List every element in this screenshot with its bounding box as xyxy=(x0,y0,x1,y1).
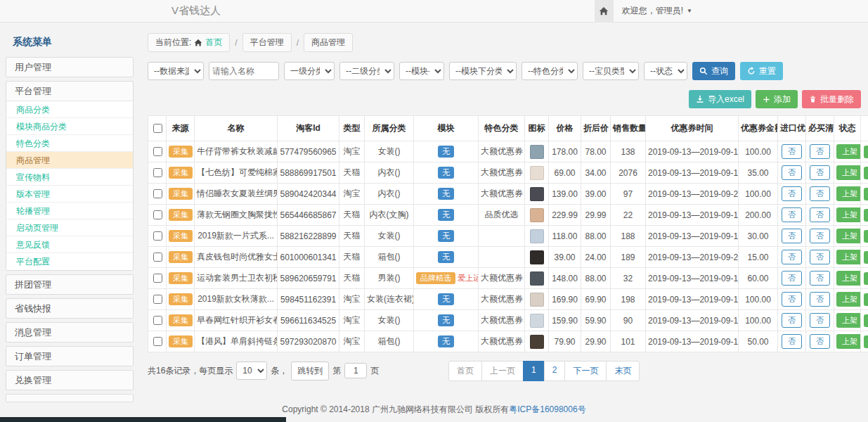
edit-button[interactable]: ✎ xyxy=(864,251,868,264)
must-buy-toggle-button[interactable]: 否 xyxy=(810,229,830,243)
row-checkbox[interactable] xyxy=(153,231,162,241)
level1-category-select[interactable]: 一级分类 xyxy=(284,62,335,80)
must-buy-toggle-button[interactable]: 否 xyxy=(810,165,830,180)
discount-price: 69.90 xyxy=(581,289,611,310)
status-button[interactable]: 上架 xyxy=(836,229,861,243)
row-checkbox[interactable] xyxy=(153,189,162,198)
taoke-id: 588216228899 xyxy=(278,226,339,247)
row-checkbox[interactable] xyxy=(153,252,162,262)
must-buy-toggle-button[interactable]: 否 xyxy=(810,334,830,349)
imported-toggle-button[interactable]: 否 xyxy=(782,313,802,328)
batch-delete-button[interactable]: 批量删除 xyxy=(802,90,861,108)
sidebar-group-header-message[interactable]: 消息管理 xyxy=(6,323,133,342)
status-button[interactable]: 上架 xyxy=(836,144,861,159)
imported-toggle-button[interactable]: 否 xyxy=(782,229,802,243)
edit-button[interactable]: ✎ xyxy=(864,272,868,285)
import-excel-button[interactable]: 导入excel xyxy=(689,90,751,108)
home-button[interactable] xyxy=(595,0,614,23)
module-select[interactable]: --模块-- xyxy=(399,62,444,80)
must-buy-toggle-button[interactable]: 否 xyxy=(810,271,830,286)
row-checkbox[interactable] xyxy=(153,337,162,346)
jump-button[interactable]: 跳转到 xyxy=(291,362,329,381)
row-checkbox[interactable] xyxy=(153,168,162,177)
edit-button[interactable]: ✎ xyxy=(864,146,868,158)
sidebar-item[interactable]: 特色分类 xyxy=(6,135,133,152)
name-search-input[interactable] xyxy=(209,62,279,80)
pager-item[interactable]: 2 xyxy=(544,361,566,381)
page-number-input[interactable] xyxy=(344,363,367,378)
imported-toggle-button[interactable]: 否 xyxy=(782,250,802,264)
status-button[interactable]: 上架 xyxy=(836,271,861,286)
status-button[interactable]: 上架 xyxy=(836,250,861,264)
add-button[interactable]: 添加 xyxy=(756,90,798,108)
breadcrumb-item[interactable]: 商品管理 xyxy=(304,33,353,52)
row-checkbox[interactable] xyxy=(153,274,162,283)
sidebar-group-header-express[interactable]: 省钱快报 xyxy=(6,299,133,318)
imported-toggle-button[interactable]: 否 xyxy=(782,271,802,286)
reset-button[interactable]: 重置 xyxy=(740,62,783,80)
pager-item[interactable]: 下一页 xyxy=(564,361,607,381)
imported-toggle-button[interactable]: 否 xyxy=(782,207,802,222)
sidebar-item[interactable]: 商品分类 xyxy=(6,101,133,118)
status-button[interactable]: 上架 xyxy=(836,207,861,222)
pager-current-page[interactable]: 1 xyxy=(523,361,545,381)
sidebar-item[interactable]: 版本管理 xyxy=(6,186,133,203)
sidebar-item[interactable]: 商品管理 xyxy=(6,152,133,169)
query-button[interactable]: 查询 xyxy=(692,62,735,80)
row-checkbox[interactable] xyxy=(153,210,162,219)
must-buy-toggle-button[interactable]: 否 xyxy=(810,292,830,307)
sidebar-item[interactable]: 模块商品分类 xyxy=(6,118,133,135)
row-checkbox[interactable] xyxy=(153,147,162,156)
sidebar-item[interactable]: 启动页管理 xyxy=(6,219,133,236)
must-buy-toggle-button[interactable]: 否 xyxy=(810,207,830,222)
pager-item[interactable]: 末页 xyxy=(606,361,640,381)
row-checkbox[interactable] xyxy=(153,316,162,325)
status-button[interactable]: 上架 xyxy=(836,165,861,180)
icon-cell xyxy=(525,226,549,247)
must-buy-toggle-button[interactable]: 否 xyxy=(810,313,830,328)
sidebar-item[interactable]: 轮播管理 xyxy=(6,203,133,219)
status-button[interactable]: 上架 xyxy=(836,334,861,349)
status-button[interactable]: 上架 xyxy=(836,313,861,328)
imported-toggle-button[interactable]: 否 xyxy=(782,334,802,349)
sidebar-group-header-exchange[interactable]: 兑换管理 xyxy=(6,371,133,390)
imported-toggle-button[interactable]: 否 xyxy=(782,186,802,201)
must-buy-toggle-button[interactable]: 否 xyxy=(810,186,830,201)
sidebar-group-header-platform[interactable]: 平台管理 xyxy=(6,82,133,101)
row-checkbox[interactable] xyxy=(153,295,162,304)
data-source-select[interactable]: --数据来源-- xyxy=(148,62,204,80)
edit-button[interactable]: ✎ xyxy=(864,209,868,222)
must-buy-toggle-button[interactable]: 否 xyxy=(810,250,830,264)
select-all-checkbox[interactable] xyxy=(153,124,162,133)
edit-button[interactable]: ✎ xyxy=(864,314,868,327)
status-button[interactable]: 上架 xyxy=(836,292,861,307)
feature-category-select[interactable]: --特色分类-- xyxy=(522,62,578,80)
user-menu[interactable]: 欢迎您，管理员! ▼ xyxy=(622,5,692,17)
sidebar-group-header-groupbuy[interactable]: 拼团管理 xyxy=(6,275,133,294)
item-type-select[interactable]: --宝贝类型-- xyxy=(583,62,639,80)
level2-category-select[interactable]: --二级分类-- xyxy=(339,62,394,80)
edit-button[interactable]: ✎ xyxy=(864,230,868,243)
module-subcategory-select[interactable]: --模块下分类-- xyxy=(449,62,517,80)
imported-toggle-button[interactable]: 否 xyxy=(782,144,802,159)
sidebar-item[interactable]: 宣传物料 xyxy=(6,169,133,186)
imported-toggle-button[interactable]: 否 xyxy=(782,292,802,307)
sidebar-group-header-order[interactable]: 订单管理 xyxy=(6,347,133,366)
sidebar-item[interactable]: 平台配置 xyxy=(6,253,133,270)
sidebar-group-header-user[interactable]: 用户管理 xyxy=(6,58,133,77)
per-page-select[interactable]: 10 xyxy=(236,362,267,380)
edit-button[interactable]: ✎ xyxy=(864,293,868,306)
must-buy-toggle-button[interactable]: 否 xyxy=(810,144,830,159)
edit-button[interactable]: ✎ xyxy=(864,188,868,200)
sidebar-group-header-clipped[interactable] xyxy=(6,395,133,402)
breadcrumb-home-link[interactable]: 首页 xyxy=(205,37,222,49)
status-select[interactable]: --状态-- xyxy=(644,62,687,80)
imported-toggle-button[interactable]: 否 xyxy=(782,165,802,180)
icp-link[interactable]: 粤ICP备16098006号 xyxy=(509,404,585,414)
status-button[interactable]: 上架 xyxy=(836,186,861,201)
sidebar-item[interactable]: 意见反馈 xyxy=(6,236,133,253)
discount-price: 29.90 xyxy=(581,331,611,352)
breadcrumb-item[interactable]: 平台管理 xyxy=(242,33,292,52)
edit-button[interactable]: ✎ xyxy=(864,167,868,179)
edit-button[interactable]: ✎ xyxy=(864,335,868,348)
